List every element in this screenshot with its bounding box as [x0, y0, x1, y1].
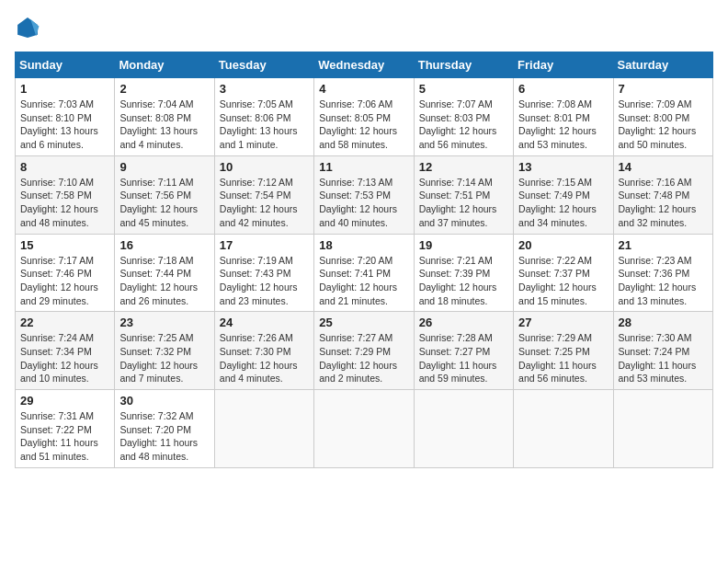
day-number: 19 — [419, 238, 508, 252]
day-info: Sunrise: 7:27 AMSunset: 7:29 PMDaylight:… — [319, 331, 408, 385]
calendar-day-2: 2Sunrise: 7:04 AMSunset: 8:08 PMDaylight… — [115, 78, 214, 156]
day-info: Sunrise: 7:24 AMSunset: 7:34 PMDaylight:… — [20, 331, 109, 385]
day-info: Sunrise: 7:12 AMSunset: 7:54 PMDaylight:… — [220, 176, 309, 230]
day-info: Sunrise: 7:25 AMSunset: 7:32 PMDaylight:… — [119, 331, 209, 385]
header-saturday: Saturday — [613, 52, 712, 78]
calendar-day-27: 27Sunrise: 7:29 AMSunset: 7:25 PMDayligh… — [514, 312, 613, 390]
day-info: Sunrise: 7:19 AMSunset: 7:43 PMDaylight:… — [220, 254, 309, 308]
day-number: 25 — [319, 316, 408, 329]
day-number: 23 — [119, 316, 209, 329]
calendar-week-3: 15Sunrise: 7:17 AMSunset: 7:46 PMDayligh… — [16, 234, 713, 312]
day-info: Sunrise: 7:10 AMSunset: 7:58 PMDaylight:… — [20, 176, 109, 230]
empty-day — [613, 390, 712, 468]
day-number: 17 — [220, 238, 309, 252]
day-number: 29 — [20, 394, 109, 408]
calendar-day-20: 20Sunrise: 7:22 AMSunset: 7:37 PMDayligh… — [514, 234, 613, 312]
day-number: 5 — [419, 82, 508, 96]
day-info: Sunrise: 7:06 AMSunset: 8:05 PMDaylight:… — [319, 98, 408, 152]
logo — [15, 15, 44, 40]
day-number: 11 — [319, 160, 408, 174]
day-number: 15 — [20, 238, 109, 252]
calendar-day-21: 21Sunrise: 7:23 AMSunset: 7:36 PMDayligh… — [613, 234, 712, 312]
day-number: 8 — [20, 160, 109, 174]
day-info: Sunrise: 7:29 AMSunset: 7:25 PMDaylight:… — [518, 331, 608, 385]
day-number: 21 — [619, 238, 708, 252]
calendar-day-1: 1Sunrise: 7:03 AMSunset: 8:10 PMDaylight… — [16, 78, 115, 156]
day-number: 28 — [619, 316, 708, 329]
day-info: Sunrise: 7:18 AMSunset: 7:44 PMDaylight:… — [119, 254, 209, 308]
header-friday: Friday — [514, 52, 613, 78]
calendar-day-25: 25Sunrise: 7:27 AMSunset: 7:29 PMDayligh… — [314, 312, 414, 390]
day-info: Sunrise: 7:03 AMSunset: 8:10 PMDaylight:… — [20, 98, 109, 152]
day-info: Sunrise: 7:13 AMSunset: 7:53 PMDaylight:… — [319, 176, 408, 230]
calendar-week-2: 8Sunrise: 7:10 AMSunset: 7:58 PMDaylight… — [16, 155, 713, 234]
calendar-day-16: 16Sunrise: 7:18 AMSunset: 7:44 PMDayligh… — [115, 234, 214, 312]
calendar-day-26: 26Sunrise: 7:28 AMSunset: 7:27 PMDayligh… — [414, 312, 513, 390]
day-number: 12 — [419, 160, 508, 174]
day-info: Sunrise: 7:23 AMSunset: 7:36 PMDaylight:… — [619, 254, 708, 308]
empty-day — [214, 390, 313, 468]
calendar-day-11: 11Sunrise: 7:13 AMSunset: 7:53 PMDayligh… — [314, 155, 414, 234]
calendar-day-12: 12Sunrise: 7:14 AMSunset: 7:51 PMDayligh… — [414, 155, 513, 234]
day-number: 6 — [518, 82, 608, 96]
calendar-day-18: 18Sunrise: 7:20 AMSunset: 7:41 PMDayligh… — [314, 234, 414, 312]
empty-day — [414, 390, 513, 468]
day-info: Sunrise: 7:20 AMSunset: 7:41 PMDaylight:… — [319, 254, 408, 308]
day-number: 20 — [518, 238, 608, 252]
day-info: Sunrise: 7:21 AMSunset: 7:39 PMDaylight:… — [419, 254, 508, 308]
calendar-day-6: 6Sunrise: 7:08 AMSunset: 8:01 PMDaylight… — [514, 78, 613, 156]
day-info: Sunrise: 7:07 AMSunset: 8:03 PMDaylight:… — [419, 98, 508, 152]
calendar-week-1: 1Sunrise: 7:03 AMSunset: 8:10 PMDaylight… — [16, 78, 713, 156]
day-info: Sunrise: 7:17 AMSunset: 7:46 PMDaylight:… — [20, 254, 109, 308]
day-info: Sunrise: 7:11 AMSunset: 7:56 PMDaylight:… — [119, 176, 209, 230]
empty-day — [514, 390, 613, 468]
header-monday: Monday — [115, 52, 214, 78]
day-number: 3 — [220, 82, 309, 96]
calendar-week-4: 22Sunrise: 7:24 AMSunset: 7:34 PMDayligh… — [16, 312, 713, 390]
calendar-day-4: 4Sunrise: 7:06 AMSunset: 8:05 PMDaylight… — [314, 78, 414, 156]
day-number: 10 — [220, 160, 309, 174]
calendar-day-15: 15Sunrise: 7:17 AMSunset: 7:46 PMDayligh… — [16, 234, 115, 312]
day-number: 1 — [20, 82, 109, 96]
logo-icon — [15, 15, 40, 40]
calendar-header-row: SundayMondayTuesdayWednesdayThursdayFrid… — [16, 52, 713, 78]
day-number: 18 — [319, 238, 408, 252]
day-info: Sunrise: 7:31 AMSunset: 7:22 PMDaylight:… — [20, 409, 109, 464]
day-info: Sunrise: 7:14 AMSunset: 7:51 PMDaylight:… — [419, 176, 508, 230]
calendar-day-3: 3Sunrise: 7:05 AMSunset: 8:06 PMDaylight… — [214, 78, 313, 156]
calendar-day-22: 22Sunrise: 7:24 AMSunset: 7:34 PMDayligh… — [16, 312, 115, 390]
calendar-day-10: 10Sunrise: 7:12 AMSunset: 7:54 PMDayligh… — [214, 155, 313, 234]
day-number: 2 — [119, 82, 209, 96]
header-thursday: Thursday — [414, 52, 513, 78]
calendar-day-9: 9Sunrise: 7:11 AMSunset: 7:56 PMDaylight… — [115, 155, 214, 234]
calendar-day-13: 13Sunrise: 7:15 AMSunset: 7:49 PMDayligh… — [514, 155, 613, 234]
header — [15, 15, 713, 40]
day-number: 7 — [619, 82, 708, 96]
day-info: Sunrise: 7:04 AMSunset: 8:08 PMDaylight:… — [119, 98, 209, 152]
calendar-day-8: 8Sunrise: 7:10 AMSunset: 7:58 PMDaylight… — [16, 155, 115, 234]
day-info: Sunrise: 7:09 AMSunset: 8:00 PMDaylight:… — [619, 98, 708, 152]
day-number: 14 — [619, 160, 708, 174]
day-number: 24 — [220, 316, 309, 329]
calendar-week-5: 29Sunrise: 7:31 AMSunset: 7:22 PMDayligh… — [16, 390, 713, 468]
calendar-day-14: 14Sunrise: 7:16 AMSunset: 7:48 PMDayligh… — [613, 155, 712, 234]
day-info: Sunrise: 7:15 AMSunset: 7:49 PMDaylight:… — [518, 176, 608, 230]
day-info: Sunrise: 7:08 AMSunset: 8:01 PMDaylight:… — [518, 98, 608, 152]
calendar-table: SundayMondayTuesdayWednesdayThursdayFrid… — [15, 52, 713, 468]
day-number: 22 — [20, 316, 109, 329]
calendar-day-7: 7Sunrise: 7:09 AMSunset: 8:00 PMDaylight… — [613, 78, 712, 156]
header-wednesday: Wednesday — [314, 52, 414, 78]
empty-day — [314, 390, 414, 468]
header-sunday: Sunday — [16, 52, 115, 78]
calendar-day-17: 17Sunrise: 7:19 AMSunset: 7:43 PMDayligh… — [214, 234, 313, 312]
day-number: 30 — [119, 394, 209, 408]
calendar-day-5: 5Sunrise: 7:07 AMSunset: 8:03 PMDaylight… — [414, 78, 513, 156]
day-number: 16 — [119, 238, 209, 252]
day-info: Sunrise: 7:26 AMSunset: 7:30 PMDaylight:… — [220, 331, 309, 385]
day-info: Sunrise: 7:28 AMSunset: 7:27 PMDaylight:… — [419, 331, 508, 385]
calendar-day-30: 30Sunrise: 7:32 AMSunset: 7:20 PMDayligh… — [115, 390, 214, 468]
calendar-day-29: 29Sunrise: 7:31 AMSunset: 7:22 PMDayligh… — [16, 390, 115, 468]
header-tuesday: Tuesday — [214, 52, 313, 78]
calendar-day-24: 24Sunrise: 7:26 AMSunset: 7:30 PMDayligh… — [214, 312, 313, 390]
day-number: 26 — [419, 316, 508, 329]
